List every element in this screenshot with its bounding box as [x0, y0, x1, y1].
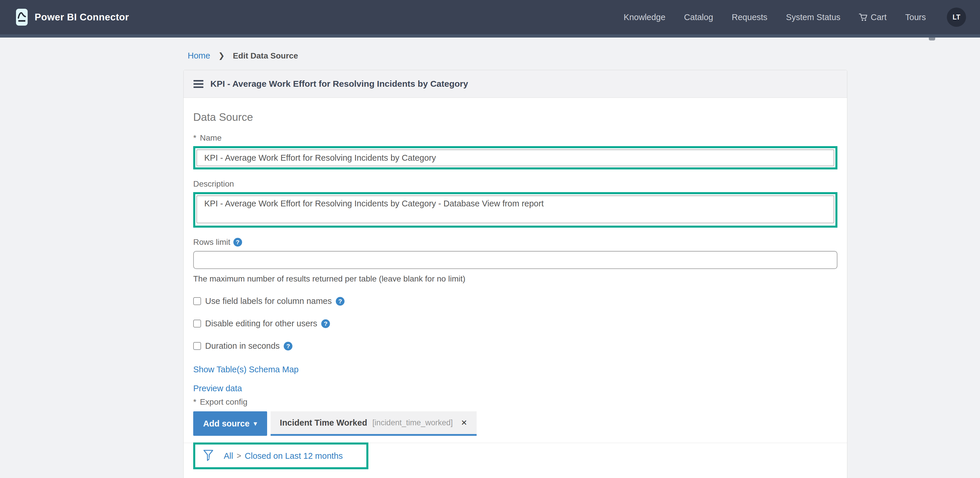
filter-icon — [204, 450, 213, 462]
filter-all-link[interactable]: All — [224, 451, 233, 461]
chevron-right-icon: ❯ — [218, 51, 224, 60]
navbar-menu: Knowledge Catalog Requests System Status… — [624, 8, 966, 27]
help-icon[interactable]: ? — [336, 297, 345, 306]
preview-data-link[interactable]: Preview data — [193, 384, 242, 393]
form-body: Data Source * Name Description KPI - Ave… — [184, 98, 847, 478]
source-tab-incident-time-worked[interactable]: Incident Time Worked [incident_time_work… — [270, 411, 477, 436]
wave-chart-icon — [18, 11, 26, 23]
nav-item-system-status[interactable]: System Status — [786, 13, 840, 22]
chevron-down-icon: ▾ — [254, 419, 257, 428]
checkbox-label: Duration in seconds — [205, 341, 280, 351]
description-highlight-box: KPI - Average Work Effort for Resolving … — [193, 192, 837, 228]
nav-item-knowledge[interactable]: Knowledge — [624, 13, 665, 22]
data-source-card: KPI - Average Work Effort for Resolving … — [183, 70, 847, 478]
filter-separator: > — [237, 451, 241, 460]
checkbox-row-duration-seconds: Duration in seconds ? — [193, 341, 837, 351]
export-tabs-row: Add source ▾ Incident Time Worked [incid… — [193, 411, 837, 436]
help-icon[interactable]: ? — [233, 238, 242, 247]
export-config-label: * Export config — [193, 397, 837, 407]
navbar-substrip — [0, 34, 980, 38]
required-mark: * — [193, 133, 196, 143]
section-title: Data Source — [193, 111, 837, 123]
name-input[interactable] — [196, 149, 834, 166]
help-icon[interactable]: ? — [284, 342, 293, 351]
record-title: KPI - Average Work Effort for Resolving … — [210, 79, 468, 89]
breadcrumb: Home ❯ Edit Data Source — [188, 51, 980, 61]
source-tab-title: Incident Time Worked — [280, 418, 367, 428]
filter-breadcrumb: All > Closed on Last 12 months — [196, 445, 366, 467]
checkbox-row-field-labels: Use field labels for column names ? — [193, 296, 837, 306]
breadcrumb-current: Edit Data Source — [233, 51, 298, 61]
app-logo[interactable] — [16, 9, 28, 25]
cart-icon — [859, 13, 868, 22]
field-labels-checkbox[interactable] — [193, 297, 201, 305]
rows-limit-input[interactable] — [193, 251, 837, 269]
nav-item-cart[interactable]: Cart — [859, 13, 886, 22]
record-header: KPI - Average Work Effort for Resolving … — [184, 70, 847, 98]
nav-item-tours[interactable]: Tours — [905, 13, 926, 22]
rows-limit-helper: The maximum number of results returned p… — [193, 274, 837, 284]
required-mark: * — [193, 397, 196, 407]
checkbox-label: Use field labels for column names — [205, 296, 332, 306]
close-icon[interactable]: ✕ — [461, 418, 467, 427]
nav-item-catalog[interactable]: Catalog — [684, 13, 713, 22]
checkbox-row-disable-editing: Disable editing for other users ? — [193, 319, 837, 328]
top-navbar: Power BI Connector Knowledge Catalog Req… — [0, 0, 980, 34]
filter-highlight-box: All > Closed on Last 12 months — [193, 443, 368, 469]
help-icon[interactable]: ? — [321, 319, 330, 328]
rows-limit-label: Rows limit ? — [193, 237, 837, 247]
filter-condition-link[interactable]: Closed on Last 12 months — [245, 451, 343, 461]
name-label: * Name — [193, 133, 837, 143]
duration-seconds-checkbox[interactable] — [193, 342, 201, 350]
description-textarea[interactable]: KPI - Average Work Effort for Resolving … — [196, 195, 834, 223]
breadcrumb-home-link[interactable]: Home — [188, 51, 210, 61]
disable-editing-checkbox[interactable] — [193, 320, 201, 328]
checkbox-label: Disable editing for other users — [205, 319, 317, 328]
nav-item-requests[interactable]: Requests — [732, 13, 768, 22]
name-highlight-box — [193, 146, 837, 169]
panel-handle[interactable] — [929, 38, 935, 40]
user-avatar[interactable]: LT — [947, 8, 966, 27]
description-label: Description — [193, 179, 837, 189]
menu-icon[interactable] — [194, 80, 204, 88]
app-title: Power BI Connector — [35, 12, 129, 23]
add-source-button[interactable]: Add source ▾ — [193, 411, 267, 436]
show-schema-map-link[interactable]: Show Table(s) Schema Map — [193, 365, 299, 374]
source-tab-table-name: [incident_time_worked] — [372, 418, 453, 427]
